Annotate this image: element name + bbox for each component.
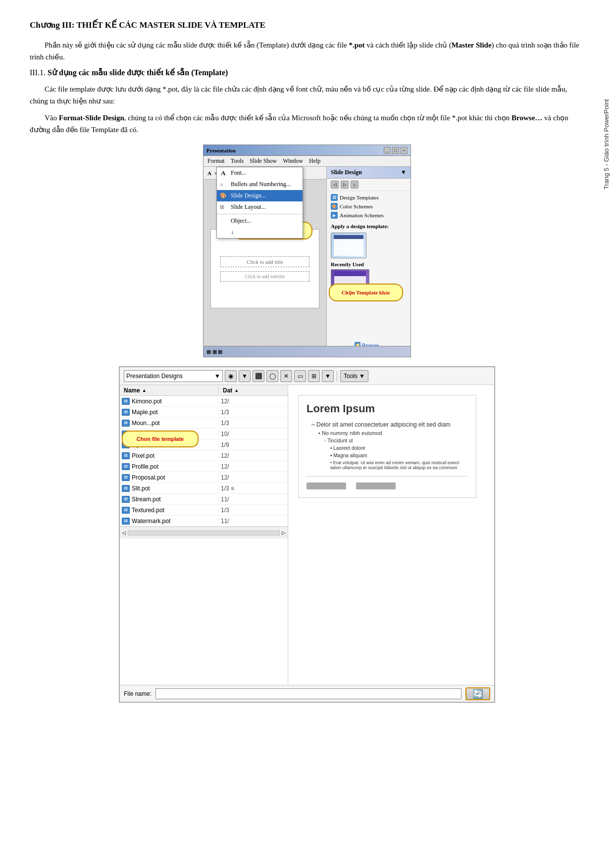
menu-slideshow[interactable]: Slide Show xyxy=(250,157,277,165)
menu-item-more[interactable]: ↓ xyxy=(217,227,303,238)
fb-nav-dropdown-btn[interactable]: ▼ xyxy=(239,370,251,382)
menu-tools[interactable]: Tools xyxy=(231,157,244,165)
file-label-kimono: Kimono.pot xyxy=(132,398,162,405)
file-date-textured: 1/3 xyxy=(219,507,288,514)
fb-nav-back-btn[interactable]: ⬛ xyxy=(253,370,264,382)
section-body-1: Các file template được lưu dưới dạng *.p… xyxy=(30,83,584,107)
minimize-button[interactable]: _ xyxy=(384,147,391,154)
file-date-pot2: 1/9 xyxy=(219,441,288,448)
file-row-textured[interactable]: 🖼 Textured.pot 1/3 xyxy=(120,505,288,516)
sd-apply-label: Apply a design template: xyxy=(327,222,410,231)
sd-panel-header: Slide Design ▼ xyxy=(327,167,410,179)
file-label-maple: Maple.pot xyxy=(132,409,158,416)
fb-preview-area: Lorem Ipsum Delor sit amet consectetuer … xyxy=(288,385,494,685)
menu-item-slide-layout[interactable]: ⊞ Slide Layout... xyxy=(217,201,303,213)
scroll-right-btn[interactable]: ▷ xyxy=(282,530,286,535)
file-icon-profile: 🖼 xyxy=(122,463,130,470)
file-label-pixel: Pixel.pot xyxy=(132,452,154,459)
menu-item-slide-design[interactable]: 🎨 Slide Design... xyxy=(217,190,303,201)
screenshot-2-area: Presentation Designs ▼ ◉ ▼ ⬛ ◯ ✕ ▭ ⊞ ▼ T… xyxy=(30,366,584,703)
file-icon-kimono: 🖼 xyxy=(122,398,130,405)
file-row-kimono[interactable]: 🖼 Kimono.pot 12/ xyxy=(120,396,288,407)
scroll-left-btn[interactable]: ◁ xyxy=(122,530,126,535)
section-number: III.1. xyxy=(30,68,48,77)
close-button[interactable]: × xyxy=(401,147,408,154)
slide-title-placeholder[interactable]: Click to add title xyxy=(220,256,309,267)
ok-icon: 🔄 xyxy=(472,688,483,699)
design-templates-icon: 🖼 xyxy=(331,194,338,201)
fb-nav-newfolder-btn[interactable]: ▭ xyxy=(294,370,306,382)
slide-subtitle-placeholder[interactable]: Click to add subtitle xyxy=(220,271,309,282)
sd-animation-schemes[interactable]: ▶ Animation Schemes xyxy=(331,211,407,220)
screenshot-1-area: Presentation _ □ × Format Tools Slide Sh… xyxy=(30,145,584,357)
menu-item-bullets-label: Bullets and Numbering... xyxy=(231,181,291,188)
fb-location-dropdown[interactable]: Presentation Designs ▼ xyxy=(124,370,223,382)
file-row-pixel[interactable]: 🖼 Pixel.pot 12/ xyxy=(120,450,288,461)
file-name-moun: 🖼 Moun...pot xyxy=(120,420,219,427)
sd-thumb-bar-1 xyxy=(334,235,363,239)
recently-used-text: Recently Used xyxy=(331,261,364,267)
file-date-pixel: 12/ xyxy=(219,452,288,459)
file-row-moun[interactable]: 🖼 Moun...pot 1/3 xyxy=(120,418,288,429)
sd-design-templates[interactable]: 🖼 Design Templates xyxy=(331,193,407,202)
fb-tools-btn[interactable]: Tools ▼ xyxy=(340,370,368,382)
fb-nav-up-btn[interactable]: ◉ xyxy=(225,370,237,382)
sd-template-thumb-1[interactable] xyxy=(331,233,366,258)
ok-button[interactable]: 🔄 xyxy=(465,687,490,700)
preview-footer-2 xyxy=(356,482,396,489)
menu-item-more-label: ↓ xyxy=(231,229,234,236)
menu-item-bullets[interactable]: ≡ Bullets and Numbering... xyxy=(217,179,303,190)
fb-main: Name ▲ Dat ▲ 🖼 Kimono.pot 12/ xyxy=(120,385,494,685)
color-schemes-label: Color Schemes xyxy=(340,203,373,209)
ppt-taskbar: ▦ ▦ ▦ xyxy=(204,346,410,357)
sd-panel-title: Slide Design xyxy=(331,169,362,176)
slide-canvas: Click to add title Click to add subtitle xyxy=(210,229,319,308)
fb-nav-search-btn[interactable]: ◯ xyxy=(266,370,278,382)
fb-nav-delete-btn[interactable]: ✕ xyxy=(280,370,292,382)
file-row-profile[interactable]: 🖼 Profile.pot 12/ xyxy=(120,461,288,472)
file-row-proposal[interactable]: 🖼 Proposal.pot 12/ xyxy=(120,472,288,483)
chapter-title: Chương III: THIẾT KẾ CÁC MASTER SLIDE VÀ… xyxy=(30,20,584,30)
color-schemes-icon: 🎨 xyxy=(331,203,338,210)
sd-panel-close[interactable]: ▼ xyxy=(401,169,407,176)
font-icon: A xyxy=(221,169,225,177)
callout-bubble-2: Chọn Template khác xyxy=(329,284,403,301)
sd-home-icon[interactable]: ⌂ xyxy=(351,181,358,189)
sd-forward-icon[interactable]: ▷ xyxy=(341,181,349,189)
sd-color-schemes[interactable]: 🎨 Color Schemes xyxy=(331,202,407,211)
file-date-profile: 12/ xyxy=(219,463,288,470)
ppt-window-title: Presentation xyxy=(206,147,236,153)
filename-input[interactable] xyxy=(155,688,461,699)
menu-format[interactable]: Format xyxy=(207,157,225,165)
col-name-label: Name xyxy=(124,387,140,394)
sd-back-icon[interactable]: ◁ xyxy=(331,181,339,189)
file-row-slit[interactable]: 🖼 Slit.pot 1/3 ≡ xyxy=(120,483,288,494)
fb-nav-views-dropdown-btn[interactable]: ▼ xyxy=(322,370,334,382)
sd-thumb-inner-1 xyxy=(334,235,363,256)
animation-schemes-icon: ▶ xyxy=(331,212,338,219)
maximize-button[interactable]: □ xyxy=(392,147,399,154)
file-row-maple[interactable]: 🖼 Maple.pot 1/3 xyxy=(120,407,288,418)
menu-item-font[interactable]: A Font... xyxy=(217,167,303,179)
file-name-textured: 🖼 Textured.pot xyxy=(120,507,219,514)
file-icon-proposal: 🖼 xyxy=(122,474,130,481)
menu-window[interactable]: Window xyxy=(283,157,303,165)
format-dropdown: A Font... ≡ Bullets and Numbering... 🎨 S… xyxy=(216,167,303,239)
menu-item-object[interactable]: Object... xyxy=(217,215,303,227)
menu-help[interactable]: Help xyxy=(309,157,320,165)
preview-bullet-4: Laoreet dolore xyxy=(330,445,468,451)
fb-col-date-header[interactable]: Dat ▲ xyxy=(219,387,288,394)
menu-item-object-label: Object... xyxy=(231,217,251,225)
file-name-kimono: 🖼 Kimono.pot xyxy=(120,398,219,405)
preview-footer-1 xyxy=(307,482,346,489)
file-row-watermark[interactable]: 🖼 Watermark.pot 11/ xyxy=(120,516,288,527)
file-label-profile: Profile.pot xyxy=(132,463,158,470)
animation-schemes-label: Animation Schemes xyxy=(340,212,384,218)
file-row-stream[interactable]: 🖼 Stream.pot 11/ xyxy=(120,494,288,505)
fb-nav-views-btn[interactable]: ⊞ xyxy=(308,370,320,382)
file-icon-textured: 🖼 xyxy=(122,507,130,514)
file-icon-watermark: 🖼 xyxy=(122,518,130,525)
scrollbar-track[interactable] xyxy=(128,530,280,535)
fb-col-name-header[interactable]: Name ▲ xyxy=(120,387,219,394)
fb-filelist: Name ▲ Dat ▲ 🖼 Kimono.pot 12/ xyxy=(120,385,288,685)
